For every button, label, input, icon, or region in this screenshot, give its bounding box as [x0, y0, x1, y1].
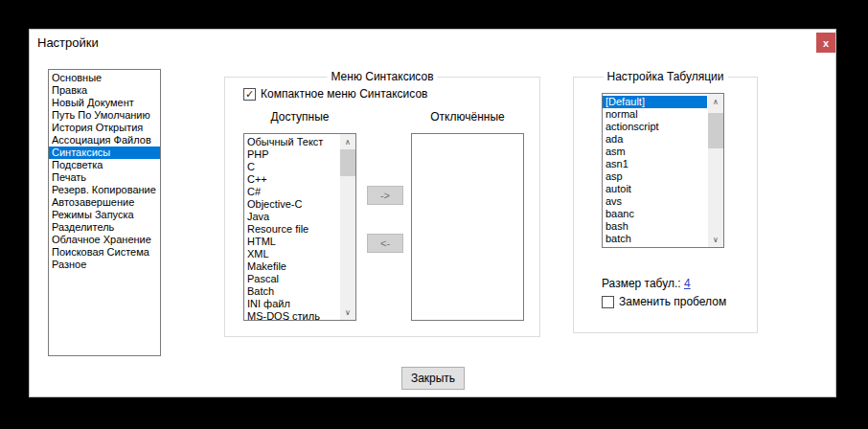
list-item[interactable]: История Открытия: [49, 122, 160, 134]
tab-size-value-link[interactable]: 4: [684, 277, 691, 290]
tab-list-scrollbar[interactable]: ∧ ∨: [708, 94, 723, 247]
move-left-button[interactable]: <-: [367, 234, 403, 253]
tab-size-label: Размер табул.:: [602, 277, 681, 290]
tab-group-title: Настройка Табуляции: [604, 70, 728, 83]
list-item[interactable]: Печать: [49, 171, 160, 184]
tab-size-row: Размер табул.: 4: [602, 277, 691, 290]
scroll-up-icon[interactable]: ∧: [340, 134, 355, 149]
close-icon: x: [823, 37, 829, 49]
list-item[interactable]: Поисковая Система: [49, 246, 160, 259]
list-item[interactable]: Режимы Запуска: [49, 209, 160, 221]
scroll-down-icon[interactable]: ∨: [340, 305, 355, 320]
list-item[interactable]: Разное: [49, 259, 160, 271]
list-item[interactable]: Ассоциация Файлов: [49, 134, 160, 147]
move-right-button[interactable]: ->: [367, 186, 403, 205]
list-item[interactable]: PHP: [244, 148, 339, 161]
list-item[interactable]: [Default]: [603, 96, 707, 108]
syntax-group-title: Меню Синтаксисов: [327, 70, 437, 83]
list-item[interactable]: Разделитель: [49, 221, 160, 234]
close-dialog-button[interactable]: Закрыть: [401, 367, 465, 390]
list-item[interactable]: INI файл: [244, 298, 339, 310]
list-item[interactable]: Правка: [49, 84, 160, 97]
list-item[interactable]: asp: [603, 170, 707, 183]
window-title: Настройки: [37, 35, 99, 50]
scroll-up-icon[interactable]: ∧: [708, 94, 723, 109]
settings-dialog: Настройки x ОсновныеПравкаНовый Документ…: [29, 29, 836, 397]
list-item[interactable]: actionscript: [603, 121, 707, 133]
list-item[interactable]: C++: [244, 173, 339, 186]
list-item[interactable]: bash: [603, 220, 707, 233]
list-item[interactable]: baanc: [603, 208, 707, 220]
list-item[interactable]: Makefile: [244, 260, 339, 273]
scrollbar-thumb[interactable]: [340, 149, 355, 176]
list-item[interactable]: blitzbasic: [603, 245, 707, 248]
scrollbar-track[interactable]: [340, 149, 355, 305]
list-item[interactable]: asn1: [603, 158, 707, 170]
list-item[interactable]: Основные: [49, 72, 160, 84]
list-item[interactable]: C#: [244, 186, 339, 198]
list-item[interactable]: Java: [244, 211, 339, 223]
scrollbar-track[interactable]: [708, 109, 723, 232]
tab-language-list[interactable]: ∧ ∨ [Default]normalactionscriptadaasmasn…: [602, 93, 724, 248]
list-item[interactable]: Резерв. Копирование: [49, 184, 160, 196]
list-item[interactable]: C: [244, 161, 339, 173]
list-item[interactable]: autoit: [603, 183, 707, 195]
list-item[interactable]: batch: [603, 233, 707, 245]
checkbox-checked-icon[interactable]: ✓: [243, 88, 256, 101]
settings-category-list[interactable]: ОсновныеПравкаНовый ДокументПуть По Умол…: [48, 69, 161, 356]
disabled-syntaxes-list[interactable]: [411, 133, 524, 321]
available-syntaxes-list[interactable]: ∧ ∨ Обычный ТекстPHPCC++C#Objective-CJav…: [243, 133, 356, 321]
compact-syntax-menu-label: Компактное меню Синтаксисов: [261, 87, 427, 101]
list-item[interactable]: Автозавершение: [49, 196, 160, 209]
list-item[interactable]: asm: [603, 146, 707, 158]
list-item[interactable]: ada: [603, 133, 707, 146]
list-item[interactable]: Синтаксисы: [49, 147, 160, 159]
list-item[interactable]: avs: [603, 195, 707, 208]
compact-syntax-menu-checkbox[interactable]: ✓ Компактное меню Синтаксисов: [243, 87, 427, 101]
list-item[interactable]: Новый Документ: [49, 97, 160, 109]
list-item[interactable]: Обычный Текст: [244, 136, 339, 148]
list-item[interactable]: HTML: [244, 236, 339, 248]
available-list-label: Доступные: [243, 110, 356, 124]
list-item[interactable]: Batch: [244, 285, 339, 298]
replace-by-space-checkbox[interactable]: Заменить пробелом: [602, 295, 726, 308]
list-item[interactable]: Objective-C: [244, 198, 339, 211]
scroll-down-icon[interactable]: ∨: [708, 232, 723, 247]
desktop-background: Настройки x ОсновныеПравкаНовый Документ…: [0, 0, 868, 429]
list-item[interactable]: XML: [244, 248, 339, 260]
list-item[interactable]: Подсветка: [49, 159, 160, 171]
list-item[interactable]: MS-DOS стиль: [244, 310, 339, 321]
replace-by-space-label: Заменить пробелом: [619, 295, 726, 308]
list-item[interactable]: Облачное Хранение: [49, 234, 160, 246]
checkbox-unchecked-icon[interactable]: [602, 296, 614, 308]
list-item[interactable]: Путь По Умолчанию: [49, 109, 160, 122]
available-list-scrollbar[interactable]: ∧ ∨: [340, 134, 355, 320]
close-button[interactable]: x: [816, 33, 835, 53]
list-item[interactable]: Pascal: [244, 273, 339, 285]
list-item[interactable]: Resource file: [244, 223, 339, 236]
disabled-list-label: Отключённые: [411, 110, 524, 124]
list-item[interactable]: normal: [603, 108, 707, 121]
scrollbar-thumb[interactable]: [708, 113, 723, 148]
